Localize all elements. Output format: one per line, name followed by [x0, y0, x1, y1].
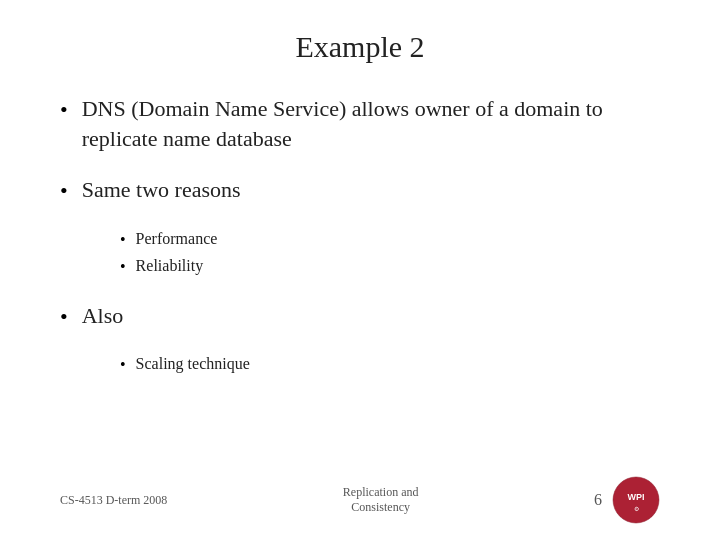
footer-title: Replication and Consistency — [343, 485, 419, 515]
sub-bullet-performance: • Performance — [120, 228, 660, 251]
bullet-3: • Also — [60, 301, 660, 332]
sub-bullet-reliability: • Reliability — [120, 255, 660, 278]
slide-title: Example 2 — [60, 30, 660, 64]
sub-bullets-2: • Performance • Reliability — [120, 228, 660, 283]
bullet-1: • DNS (Domain Name Service) allows owner… — [60, 94, 660, 153]
svg-text:WPI: WPI — [627, 492, 644, 502]
bullet-2: • Same two reasons — [60, 175, 660, 206]
footer-title-line2: Consistency — [351, 500, 410, 514]
sub-bullets-3: • Scaling technique — [120, 353, 660, 380]
sub-text-scaling: Scaling technique — [136, 353, 250, 375]
footer-course: CS-4513 D-term 2008 — [60, 493, 167, 508]
footer-right: 6 WPI ⚙ — [594, 476, 660, 524]
sub-dot-1: • — [120, 229, 126, 251]
sub-text-performance: Performance — [136, 228, 218, 250]
svg-text:⚙: ⚙ — [633, 506, 638, 512]
sub-bullet-scaling: • Scaling technique — [120, 353, 660, 376]
footer: CS-4513 D-term 2008 Replication and Cons… — [60, 470, 660, 520]
wpi-logo: WPI ⚙ — [612, 476, 660, 524]
bullet-2-dot: • — [60, 177, 68, 206]
bullet-1-dot: • — [60, 96, 68, 125]
footer-title-line1: Replication and — [343, 485, 419, 499]
sub-text-reliability: Reliability — [136, 255, 204, 277]
sub-dot-2: • — [120, 256, 126, 278]
bullet-3-dot: • — [60, 303, 68, 332]
bullet-3-text: Also — [82, 301, 124, 331]
bullet-1-text: DNS (Domain Name Service) allows owner o… — [82, 94, 660, 153]
slide-content: • DNS (Domain Name Service) allows owner… — [60, 94, 660, 470]
sub-dot-3: • — [120, 354, 126, 376]
slide: Example 2 • DNS (Domain Name Service) al… — [0, 0, 720, 540]
bullet-2-text: Same two reasons — [82, 175, 241, 205]
footer-page-number: 6 — [594, 491, 602, 509]
